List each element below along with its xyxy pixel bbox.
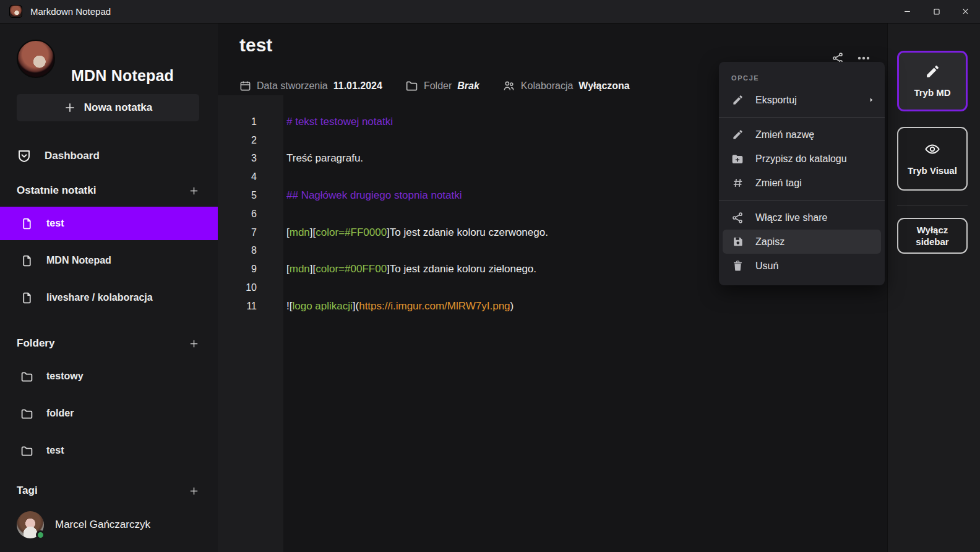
line-number: 10 [218,282,257,293]
menu-item-label: Włącz live share [755,212,827,223]
new-note-label: Nowa notatka [84,101,153,114]
folder-plus-icon [731,153,744,165]
minimize-icon [903,7,911,15]
menu-items: EksportujZmień nazwęPrzypisz do katalogu… [719,88,885,278]
line-number: 3 [218,153,257,164]
line-number: 5 [218,190,257,201]
shield-icon [17,149,32,163]
code-segment: color=#FF0000 [316,226,387,238]
note-meta-row: Data stworzenia11.01.2024FolderBrakKolab… [239,79,630,92]
sidebar-item[interactable]: folder [0,397,218,430]
sidebar-item[interactable]: liveshare / kolaboracja [0,281,218,314]
sidebar-item-label: MDN Notepad [46,255,111,266]
minimize-button[interactable] [893,0,922,23]
hash-icon [731,177,744,189]
mode-button-tryb-visual[interactable]: Tryb Visual [897,127,968,191]
panel-divider [897,205,968,205]
maximize-button[interactable] [922,0,951,23]
meta-item: KolaboracjaWyłączona [502,79,630,92]
titlebar: Markdown Notepad [0,0,980,24]
sidebar-item-dashboard[interactable]: Dashboard [0,146,218,166]
code-segment: ][ [310,226,316,238]
users-icon [502,79,515,92]
line-content[interactable]: ![logo aplikacji](https://i.imgur.com/Ml… [257,300,514,313]
meta-item: Data stworzenia11.01.2024 [239,80,382,92]
menu-item-label: Eksportuj [755,95,797,106]
section-title: Foldery [17,337,54,350]
sidebar-item[interactable]: test [0,207,218,240]
menu-item-zapisz[interactable]: Zapisz [723,230,881,254]
options-dropdown-menu: OPCJE EksportujZmień nazwęPrzypisz do ka… [719,62,885,285]
meta-label: Kolaboracja [521,80,574,92]
line-content[interactable]: ## Nagłówek drugiego stopnia notatki [257,189,462,202]
share-icon [731,212,744,224]
menu-item-usuń[interactable]: Usuń [719,254,885,278]
add-icon[interactable] [189,339,199,349]
line-number: 1 [218,116,257,127]
app-brand-title: MDN Notepad [71,67,174,85]
mode-button-tryb-md[interactable]: Tryb MD [897,51,968,111]
pencil-icon [731,129,744,140]
plus-icon [64,101,76,114]
sidebar-section-0: Ostatnie notatkitestMDN Notepadliveshare… [0,183,218,318]
mode-button-label: Tryb MD [908,87,956,99]
meta-value: Brak [457,80,479,92]
line-content[interactable]: # tekst testowej notatki [257,116,393,128]
code-segment: ]( [353,300,359,312]
mode-button-label: Wyłącz sidebar [898,224,966,248]
code-segment: logo aplikacji [292,300,352,312]
folder-icon [20,407,33,420]
code-segment: ][ [310,263,316,275]
file-icon [20,291,33,304]
online-status-badge [36,530,45,540]
dashboard-label: Dashboard [45,150,100,162]
mode-button-label: Tryb Visual [901,165,963,177]
meta-label: Folder [424,80,452,92]
line-number: 11 [218,301,257,312]
line-content[interactable]: Treść paragrafu. [257,152,363,165]
code-segment: ) [510,300,514,312]
meta-label: Data stworzenia [257,80,328,92]
add-icon[interactable] [189,186,199,196]
menu-item-włącz-live-share[interactable]: Włącz live share [719,205,885,230]
mode-button-wyłącz-sidebar[interactable]: Wyłącz sidebar [897,218,968,254]
section-header: Foldery [0,336,218,351]
line-content[interactable]: [mdn][color=#FF0000]To jest zdanie kolor… [257,226,548,239]
line-number: 2 [218,135,257,146]
menu-item-zmień-nazwę[interactable]: Zmień nazwę [719,123,885,147]
line-content[interactable]: [mdn][color=#00FF00]To jest zdanie kolor… [257,263,536,275]
calendar-icon [239,80,251,92]
sidebar-item[interactable]: testowy [0,360,218,393]
code-segment: https://i.imgur.com/MlRW7yI.png [359,300,510,312]
new-note-button[interactable]: Nowa notatka [17,94,199,121]
line-number: 9 [218,264,257,275]
meta-value: Wyłączona [578,80,629,92]
folder-icon [20,370,33,383]
close-button[interactable] [951,0,980,23]
user-profile-row[interactable]: Marcel Gańczarczyk [0,509,218,541]
menu-item-label: Usuń [755,261,778,272]
code-segment: To jest zdanie koloru zielonego. [390,263,536,275]
line-number: 7 [218,227,257,238]
add-icon[interactable] [189,486,199,496]
folder-icon [20,444,33,457]
avatar [17,40,55,78]
menu-item-label: Zmień nazwę [755,129,814,140]
menu-item-eksportuj[interactable]: Eksportuj [719,88,885,112]
code-segment: ## Nagłówek drugiego stopnia notatki [286,189,462,201]
sidebar-section-1: Folderytestowyfoldertest [0,336,218,471]
line-number: 4 [218,171,257,183]
sidebar-item[interactable]: MDN Notepad [0,244,218,277]
close-icon [961,7,969,15]
menu-item-zmień-tagi[interactable]: Zmień tagi [719,171,885,195]
sidebar-item-label: test [46,445,64,456]
menu-item-przypisz-do-katalogu[interactable]: Przypisz do katalogu [719,147,885,171]
sidebar: MDN Notepad Nowa notatka Dashboard Ostat… [0,24,218,552]
line-number: 8 [218,245,257,256]
maximize-icon [933,8,940,15]
line-number: 6 [218,209,257,220]
code-segment: Treść paragrafu. [286,152,363,164]
sidebar-item[interactable]: test [0,434,218,467]
eye-icon [924,141,940,157]
sidebar-item-label: testowy [46,371,84,382]
